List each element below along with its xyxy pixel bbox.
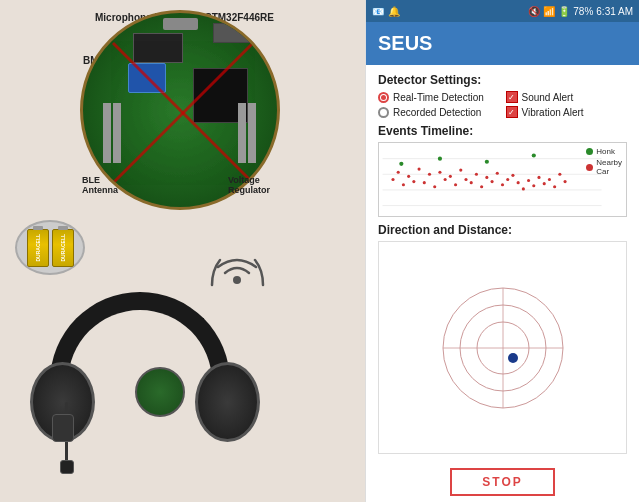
svg-point-36 <box>543 182 546 185</box>
cable-inline-control <box>52 414 74 442</box>
realtime-radio[interactable] <box>378 92 389 103</box>
timeline-chart: Honk NearbyCar <box>378 142 627 217</box>
app-title: SEUS <box>378 32 432 54</box>
svg-point-7 <box>391 178 394 181</box>
svg-point-33 <box>527 179 530 182</box>
sound-label: Sound Alert <box>522 92 574 103</box>
svg-point-44 <box>532 153 536 157</box>
svg-point-35 <box>537 176 540 179</box>
svg-point-37 <box>548 178 551 181</box>
direction-distance-section: Direction and Distance: <box>378 223 627 454</box>
svg-point-12 <box>418 168 421 171</box>
svg-point-22 <box>470 181 473 184</box>
nearby-car-legend: NearbyCar <box>586 158 622 176</box>
svg-point-29 <box>506 178 509 181</box>
battery-2: DURACELL <box>52 229 74 267</box>
vibration-alert-option[interactable]: ✓ Vibration Alert <box>506 106 628 118</box>
detector-options: Real-Time Detection ✓ Sound Alert Record… <box>378 91 627 118</box>
recorded-detection-option[interactable]: Recorded Detection <box>378 106 500 118</box>
hardware-panel: Microphone Inputs STM32F446RE BMD-300 <box>0 0 365 502</box>
mute-icon: 🔇 <box>528 6 540 17</box>
vibration-label: Vibration Alert <box>522 107 584 118</box>
honk-dot <box>586 148 593 155</box>
direction-distance-title: Direction and Distance: <box>378 223 627 237</box>
svg-point-43 <box>485 160 489 164</box>
battery-icon: 🔋 <box>558 6 570 17</box>
svg-point-17 <box>444 178 447 181</box>
svg-point-24 <box>480 185 483 188</box>
svg-point-40 <box>564 180 567 183</box>
headphone-right-cup <box>195 362 260 442</box>
svg-point-14 <box>428 173 431 176</box>
svg-point-42 <box>438 157 442 161</box>
phone-ui: 📧 🔔 🔇 📶 🔋 78% 6:31 AM SEUS Detector Sett… <box>365 0 639 502</box>
svg-point-28 <box>501 183 504 186</box>
battery-1: DURACELL <box>27 229 49 267</box>
radar-svg <box>423 283 583 413</box>
honk-legend: Honk <box>586 147 622 156</box>
svg-point-15 <box>433 185 436 188</box>
svg-point-39 <box>558 173 561 176</box>
svg-point-9 <box>402 183 405 186</box>
svg-point-18 <box>449 175 452 178</box>
svg-point-19 <box>454 183 457 186</box>
ble-label: BLEAntenna <box>82 175 118 195</box>
sound-alert-option[interactable]: ✓ Sound Alert <box>506 91 628 103</box>
status-bar: 📧 🔔 🔇 📶 🔋 78% 6:31 AM <box>366 0 639 22</box>
status-notifications: 📧 🔔 <box>372 6 400 17</box>
svg-point-38 <box>553 185 556 188</box>
alert-icon: 🔔 <box>388 6 400 17</box>
nearby-car-dot <box>586 164 593 171</box>
svg-point-13 <box>423 181 426 184</box>
svg-point-26 <box>491 180 494 183</box>
battery-percent: 78% <box>573 6 593 17</box>
vibration-checkbox[interactable]: ✓ <box>506 106 518 118</box>
svg-point-50 <box>508 353 518 363</box>
voltage-label: VoltageRegulator <box>228 175 270 195</box>
time-display: 6:31 AM <box>596 6 633 17</box>
svg-point-32 <box>522 187 525 190</box>
realtime-label: Real-Time Detection <box>393 92 484 103</box>
stop-button-container: STOP <box>366 462 639 502</box>
svg-point-20 <box>459 169 462 172</box>
app-content: Detector Settings: Real-Time Detection ✓… <box>366 65 639 462</box>
events-timeline-title: Events Timeline: <box>378 124 627 138</box>
svg-point-10 <box>407 175 410 178</box>
svg-point-11 <box>412 180 415 183</box>
svg-point-34 <box>532 184 535 187</box>
battery-pack: DURACELL DURACELL <box>15 220 85 275</box>
cable-plug <box>60 460 74 474</box>
radar-display <box>378 241 627 454</box>
svg-point-41 <box>399 162 403 166</box>
headphone-device <box>135 367 185 417</box>
detector-settings-title: Detector Settings: <box>378 73 627 87</box>
app-header: SEUS <box>366 22 639 65</box>
sound-checkbox[interactable]: ✓ <box>506 91 518 103</box>
detector-settings-section: Detector Settings: Real-Time Detection ✓… <box>378 73 627 118</box>
svg-point-8 <box>397 171 400 174</box>
headphones <box>30 282 320 482</box>
recorded-label: Recorded Detection <box>393 107 481 118</box>
recorded-radio[interactable] <box>378 107 389 118</box>
svg-point-16 <box>438 171 441 174</box>
notification-icon: 📧 <box>372 6 384 17</box>
status-indicators: 🔇 📶 🔋 78% 6:31 AM <box>528 6 633 17</box>
svg-point-23 <box>475 173 478 176</box>
stop-button[interactable]: STOP <box>450 468 554 496</box>
svg-point-25 <box>485 176 488 179</box>
events-timeline-section: Events Timeline: <box>378 124 627 217</box>
timeline-legend: Honk NearbyCar <box>586 147 622 176</box>
wifi-icon: 📶 <box>543 6 555 17</box>
nearby-car-label: NearbyCar <box>596 158 622 176</box>
honk-label: Honk <box>596 147 615 156</box>
svg-point-31 <box>517 181 520 184</box>
svg-point-30 <box>511 174 514 177</box>
svg-point-21 <box>464 178 467 181</box>
realtime-detection-option[interactable]: Real-Time Detection <box>378 91 500 103</box>
svg-point-27 <box>496 172 499 175</box>
